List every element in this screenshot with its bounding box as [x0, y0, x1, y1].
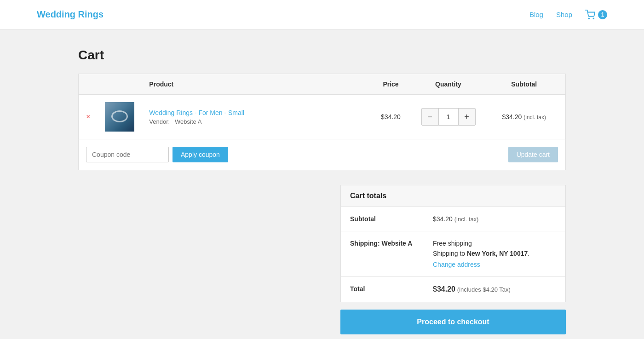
quantity-control: − + — [421, 108, 476, 126]
shipping-free-text: Free shipping — [433, 240, 556, 247]
totals-total-label: Total — [350, 285, 433, 293]
product-price: $34.20 — [381, 113, 401, 121]
total-amount: $34.20 — [433, 285, 455, 293]
totals-total-value: $34.20 (includes $4.20 Tax) — [433, 285, 556, 293]
col-header-product: Product — [142, 74, 368, 95]
cart-table-header: Product Price Quantity Subtotal — [79, 74, 566, 95]
totals-subtotal-value: $34.20 (incl. tax) — [433, 215, 556, 223]
col-header-price: Price — [368, 74, 414, 95]
checkout-btn-wrapper: Proceed to checkout — [340, 302, 566, 334]
subtotal-incl-tax: (incl. tax) — [454, 216, 479, 223]
proceed-checkout-button[interactable]: Proceed to checkout — [340, 310, 566, 334]
product-image-cell — [98, 95, 142, 139]
cart-totals: Cart totals Subtotal $34.20 (incl. tax) … — [340, 185, 566, 302]
coupon-code-input[interactable] — [86, 147, 169, 162]
svg-point-1 — [593, 18, 594, 19]
main-content: Cart Product Price Quantity Subtotal × — [69, 29, 575, 339]
col-header-image — [98, 74, 142, 95]
shipping-to-text: Shipping to New York, NY 10017. — [433, 250, 556, 257]
cart-icon-wrapper[interactable]: 1 — [585, 10, 607, 20]
col-header-remove — [79, 74, 98, 95]
col-header-subtotal: Subtotal — [483, 74, 566, 95]
quantity-input[interactable] — [438, 109, 459, 125]
shipping-city: New York, NY 10017 — [467, 250, 528, 257]
svg-point-0 — [588, 18, 589, 19]
quantity-increase-button[interactable]: + — [459, 109, 475, 125]
cart-totals-body: Subtotal $34.20 (incl. tax) Shipping: We… — [341, 207, 565, 302]
totals-shipping-row: Shipping: Website A Free shipping Shippi… — [341, 231, 565, 277]
product-image — [105, 102, 134, 132]
totals-subtotal-label: Subtotal — [350, 215, 433, 223]
site-logo[interactable]: Wedding Rings — [37, 9, 104, 20]
table-row: × Wedding Rings - For Men - Small Vendor… — [79, 95, 566, 139]
change-address-link[interactable]: Change address — [433, 261, 556, 268]
product-subtotal-cell: $34.20 (incl. tax) — [483, 95, 566, 139]
main-nav: Blog Shop 1 — [529, 10, 607, 20]
quantity-decrease-button[interactable]: − — [422, 109, 438, 125]
nav-blog[interactable]: Blog — [529, 11, 543, 18]
product-subtotal: $34.20 — [502, 113, 522, 121]
totals-shipping-label: Shipping: Website A — [350, 240, 433, 247]
cart-actions: Apply coupon Update cart — [78, 139, 566, 170]
remove-cell: × — [79, 95, 98, 139]
col-header-quantity: Quantity — [414, 74, 483, 95]
vendor-label: Vendor: — [149, 118, 170, 125]
cart-totals-title: Cart totals — [341, 185, 565, 207]
subtotal-tax-note: (incl. tax) — [523, 114, 546, 121]
cart-totals-wrapper: Cart totals Subtotal $34.20 (incl. tax) … — [78, 185, 566, 334]
totals-subtotal-row: Subtotal $34.20 (incl. tax) — [341, 207, 565, 231]
subtotal-amount: $34.20 — [433, 215, 453, 223]
totals-shipping-value: Free shipping Shipping to New York, NY 1… — [433, 240, 556, 268]
site-header: Wedding Rings Blog Shop 1 — [0, 0, 644, 29]
product-name-link[interactable]: Wedding Rings - For Men - Small — [149, 109, 244, 116]
vendor-name: Website A — [175, 118, 201, 125]
page-title: Cart — [78, 48, 566, 63]
update-cart-button[interactable]: Update cart — [508, 147, 558, 162]
cart-icon — [585, 10, 595, 20]
remove-item-button[interactable]: × — [86, 113, 90, 121]
cart-badge: 1 — [598, 10, 607, 19]
product-price-cell: $34.20 — [368, 95, 414, 139]
coupon-area: Apply coupon — [86, 147, 228, 162]
nav-shop[interactable]: Shop — [556, 11, 572, 18]
totals-total-row: Total $34.20 (includes $4.20 Tax) — [341, 277, 565, 302]
cart-table: Product Price Quantity Subtotal × Weddin… — [78, 74, 566, 139]
total-tax-note: (includes $4.20 Tax) — [457, 286, 511, 293]
product-info-cell: Wedding Rings - For Men - Small Vendor: … — [142, 95, 368, 139]
apply-coupon-button[interactable]: Apply coupon — [172, 147, 228, 162]
product-vendor: Vendor: Website A — [149, 118, 360, 125]
product-quantity-cell: − + — [414, 95, 483, 139]
